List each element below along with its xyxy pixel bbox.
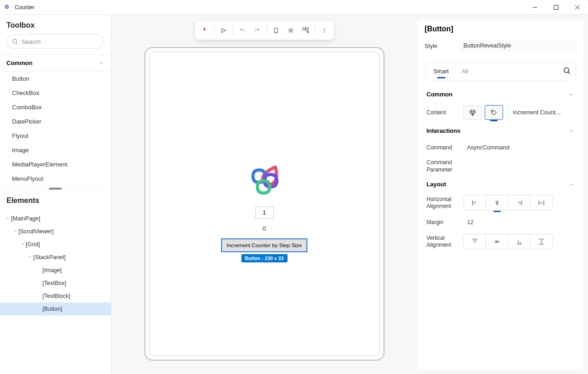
device-button[interactable] bbox=[270, 24, 282, 37]
redo-button[interactable] bbox=[251, 24, 264, 37]
close-button[interactable] bbox=[567, 0, 588, 15]
step-size-input[interactable] bbox=[255, 207, 274, 219]
svg-line-5 bbox=[16, 42, 18, 44]
svg-point-21 bbox=[324, 28, 325, 29]
valign-top[interactable] bbox=[464, 234, 486, 249]
left-panel: Toolbox Common Button CheckBox ComboBox … bbox=[0, 15, 111, 374]
tool-item[interactable]: MediaPlayerElement bbox=[0, 157, 111, 172]
category-label: Interactions bbox=[426, 127, 461, 134]
connect-button[interactable] bbox=[299, 24, 312, 37]
category-common[interactable]: Common bbox=[425, 86, 576, 102]
svg-point-23 bbox=[324, 32, 325, 33]
tree-item-label: [TextBox] bbox=[42, 280, 66, 286]
tool-item[interactable]: DatePicker bbox=[0, 114, 111, 129]
window-title: Counter bbox=[15, 4, 35, 11]
uno-logo-icon bbox=[242, 156, 287, 200]
tree-item-button[interactable]: [Button] bbox=[0, 303, 111, 315]
halign-right[interactable] bbox=[508, 196, 530, 210]
increment-button[interactable]: Increment Counter by Step Size bbox=[221, 238, 307, 252]
halign-center[interactable] bbox=[486, 196, 508, 210]
valign-label: Vertical Alignment bbox=[426, 235, 459, 249]
halign-left[interactable] bbox=[464, 196, 486, 210]
hot-reload-button[interactable] bbox=[198, 24, 211, 37]
tool-item[interactable]: Button bbox=[0, 71, 111, 86]
properties-tabbar: Smart All bbox=[425, 62, 576, 81]
designer-canvas[interactable]: 0 Increment Counter by Step Size Button … bbox=[111, 15, 417, 374]
valign-bottom[interactable] bbox=[508, 234, 530, 249]
margin-label: Margin bbox=[426, 219, 459, 226]
svg-point-29 bbox=[492, 111, 493, 112]
tree-item-stackpanel[interactable]: [StackPanel] bbox=[0, 251, 111, 264]
tool-item[interactable]: CheckBox bbox=[0, 86, 111, 100]
tree-item-scrollviewer[interactable]: [ScrollViewer] bbox=[0, 225, 111, 238]
category-layout[interactable]: Layout bbox=[425, 176, 576, 192]
minimize-button[interactable] bbox=[524, 0, 546, 15]
designer-toolbar bbox=[195, 21, 334, 40]
style-input[interactable] bbox=[460, 40, 576, 52]
tree-item-mainpage[interactable]: [MainPage] bbox=[0, 212, 111, 225]
chevron-down-icon bbox=[6, 216, 10, 220]
content-value-input[interactable]: Increment Counter by bbox=[513, 109, 564, 116]
command-parameter-input[interactable] bbox=[463, 160, 574, 172]
tree-item-label: [StackPanel] bbox=[33, 254, 66, 261]
valign-stretch[interactable] bbox=[530, 234, 552, 249]
play-button[interactable] bbox=[217, 24, 230, 37]
svg-marker-6 bbox=[222, 28, 225, 32]
margin-input[interactable] bbox=[463, 216, 574, 228]
svg-line-25 bbox=[568, 72, 570, 74]
tool-item[interactable]: ComboBox bbox=[0, 100, 111, 114]
tag-icon bbox=[490, 109, 498, 116]
properties-search-button[interactable] bbox=[560, 65, 574, 78]
properties-panel: [Button] Style Smart All Common Content bbox=[417, 19, 583, 369]
search-icon bbox=[563, 66, 571, 75]
chevron-down-icon bbox=[13, 229, 18, 233]
app-preview[interactable]: 0 Increment Counter by Step Size Button … bbox=[149, 52, 380, 356]
theme-button[interactable] bbox=[284, 24, 297, 37]
properties-heading: [Button] bbox=[425, 25, 576, 33]
halign-stretch[interactable] bbox=[530, 196, 552, 210]
chevron-up-icon bbox=[99, 60, 104, 66]
tree-item-label: [TextBlock] bbox=[42, 293, 70, 299]
tool-item[interactable]: MenuFlyout bbox=[0, 172, 111, 186]
svg-point-4 bbox=[12, 39, 16, 43]
tree-item-textbox[interactable]: [TextBox] bbox=[0, 277, 111, 290]
content-label: Content bbox=[426, 109, 459, 116]
maximize-button[interactable] bbox=[546, 0, 567, 15]
svg-point-9 bbox=[289, 30, 292, 32]
valign-group bbox=[463, 234, 553, 249]
selection-size-badge: Button - 230 x 33 bbox=[241, 254, 287, 262]
tab-smart[interactable]: Smart bbox=[427, 65, 455, 77]
tree-item-image[interactable]: [Image] bbox=[0, 264, 111, 277]
toolbox-search[interactable] bbox=[6, 34, 104, 49]
svg-line-16 bbox=[288, 32, 289, 32]
counter-value-text: 0 bbox=[263, 225, 266, 232]
common-section-header[interactable]: Common bbox=[0, 54, 111, 71]
svg-rect-1 bbox=[554, 5, 558, 9]
more-button[interactable] bbox=[318, 24, 331, 37]
tree-item-label: [ScrollViewer] bbox=[18, 228, 54, 235]
search-icon bbox=[12, 38, 18, 45]
halign-label: Horizontal Alignment bbox=[426, 196, 459, 210]
category-interactions[interactable]: Interactions bbox=[425, 123, 576, 139]
tree-item-textblock[interactable]: [TextBlock] bbox=[0, 290, 111, 303]
tab-all[interactable]: All bbox=[455, 65, 474, 77]
tool-item[interactable]: Flyout bbox=[0, 129, 111, 143]
svg-line-15 bbox=[292, 32, 292, 32]
elements-title: Elements bbox=[0, 190, 111, 209]
chevron-down-icon bbox=[20, 242, 25, 246]
content-mode-text[interactable] bbox=[485, 105, 503, 120]
content-mode-object[interactable] bbox=[463, 105, 482, 120]
diamond-icon bbox=[469, 109, 476, 116]
tool-item[interactable]: Image bbox=[0, 143, 111, 157]
command-input[interactable] bbox=[463, 142, 574, 154]
svg-line-17 bbox=[292, 29, 292, 29]
svg-rect-18 bbox=[303, 28, 305, 30]
undo-button[interactable] bbox=[236, 24, 249, 37]
tool-list: Button CheckBox ComboBox DatePicker Flyo… bbox=[0, 71, 111, 186]
svg-point-22 bbox=[324, 30, 325, 31]
valign-center[interactable] bbox=[486, 234, 508, 249]
tree-item-grid[interactable]: [Grid] bbox=[0, 238, 111, 251]
toolbox-search-input[interactable] bbox=[22, 38, 99, 45]
elements-tree: [MainPage] [ScrollViewer] [Grid] [StackP… bbox=[0, 209, 111, 318]
chevron-up-icon bbox=[569, 92, 574, 97]
